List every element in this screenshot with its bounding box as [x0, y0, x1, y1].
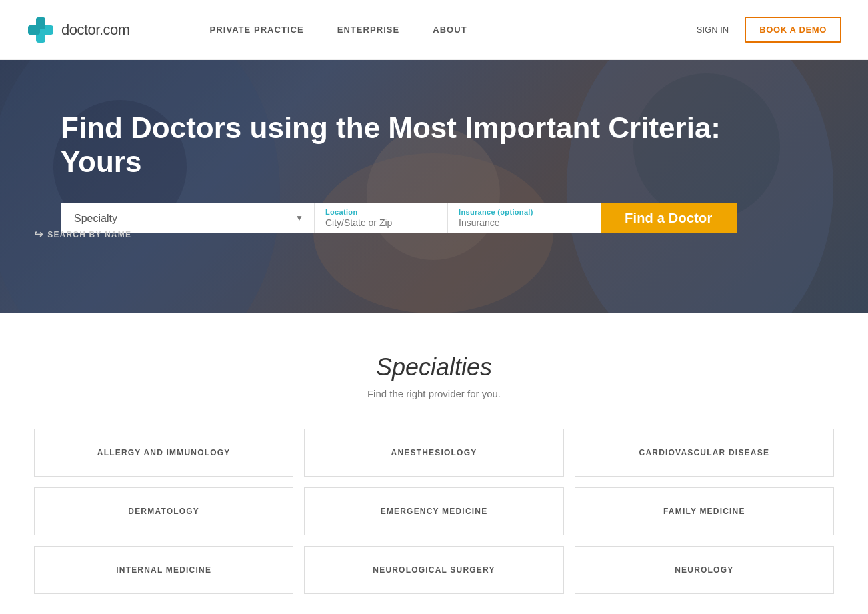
specialty-card[interactable]: FAMILY MEDICINE	[575, 487, 834, 535]
nav-private-practice[interactable]: PRIVATE PRACTICE	[210, 25, 304, 35]
specialties-title: Specialties	[27, 353, 841, 381]
logo-text: doctor.com	[61, 21, 130, 39]
logo[interactable]: doctor.com	[27, 16, 130, 44]
insurance-input[interactable]	[459, 217, 590, 228]
search-by-name-label: SEARCH BY NAME	[47, 230, 131, 239]
nav-enterprise[interactable]: ENTERPRISE	[337, 25, 399, 35]
specialties-grid: ALLERGY AND IMMUNOLOGYANESTHESIOLOGYCARD…	[34, 429, 834, 594]
specialty-card[interactable]: DERMATOLOGY	[34, 487, 293, 535]
hero-content: Find Doctors using the Most Important Cr…	[34, 71, 834, 302]
location-label: Location	[325, 208, 437, 216]
search-by-name-link[interactable]: ↪ SEARCH BY NAME	[34, 228, 687, 241]
sign-in-link[interactable]: SIGN IN	[697, 25, 729, 35]
nav-links: PRIVATE PRACTICE ENTERPRISE ABOUT	[210, 25, 697, 35]
hero-title: Find Doctors using the Most Important Cr…	[61, 111, 807, 179]
specialty-card[interactable]: EMERGENCY MEDICINE	[304, 487, 563, 535]
specialty-card[interactable]: NEUROLOGICAL SURGERY	[304, 546, 563, 594]
specialty-card[interactable]: ANESTHESIOLOGY	[304, 429, 563, 477]
specialty-card[interactable]: INTERNAL MEDICINE	[34, 546, 293, 594]
specialty-card[interactable]: CARDIOVASCULAR DISEASE	[575, 429, 834, 477]
specialties-section: Specialties Find the right provider for …	[0, 313, 868, 614]
nav-right: SIGN IN BOOK A DEMO	[697, 17, 841, 43]
specialty-card[interactable]: ALLERGY AND IMMUNOLOGY	[34, 429, 293, 477]
location-input[interactable]	[325, 217, 437, 228]
insurance-label: Insurance (optional)	[459, 208, 590, 216]
hero-section: Find Doctors using the Most Important Cr…	[0, 60, 868, 313]
specialties-subtitle: Find the right provider for you.	[27, 388, 841, 399]
specialty-card[interactable]: NEUROLOGY	[575, 546, 834, 594]
book-demo-button[interactable]: BOOK A DEMO	[745, 17, 841, 43]
nav-about[interactable]: ABOUT	[433, 25, 467, 35]
search-by-name-arrow-icon: ↪	[34, 228, 43, 241]
logo-icon	[27, 16, 55, 44]
specialty-select[interactable]: Specialty Allergy and Immunology Anesthe…	[74, 213, 301, 224]
svg-rect-3	[28, 25, 40, 35]
navbar: doctor.com PRIVATE PRACTICE ENTERPRISE A…	[0, 0, 868, 60]
